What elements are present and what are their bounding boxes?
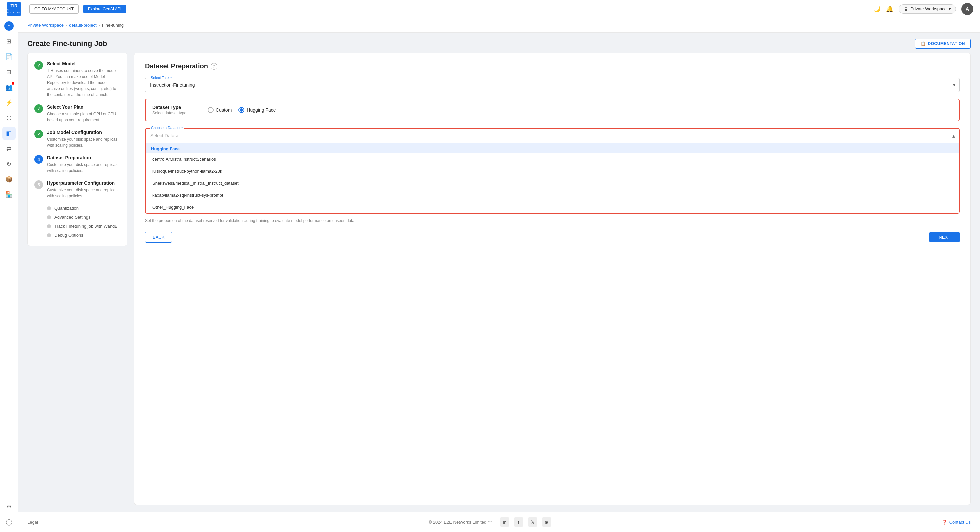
sidebar-item-users[interactable]: ⚡ xyxy=(2,96,16,110)
sub-dot-wandb xyxy=(47,224,51,228)
genai-button[interactable]: Explore GenAI API xyxy=(83,5,126,13)
sidebar-item-notifications[interactable]: 👥 xyxy=(2,81,16,94)
sub-label-debug: Debug Options xyxy=(54,233,83,238)
footer-copyright: © 2024 E2E Networks Limited ™ xyxy=(429,520,492,525)
logo-box: TIR AI PLATFORM xyxy=(7,2,21,16)
sidebar-item-share[interactable]: ⇄ xyxy=(2,142,16,155)
dataset-float-label: Choose a Dataset * xyxy=(150,125,184,130)
footer-social-icons: © 2024 E2E Networks Limited ™ in f 𝕏 ◉ xyxy=(38,517,942,527)
dropdown-item-1[interactable]: luisroque/instruct-python-llama2-20k xyxy=(146,165,959,177)
sub-step-wandb: Track Finetuning job with WandB xyxy=(47,224,121,229)
step-select-model: ✓ Select Model TIR uses containers to se… xyxy=(34,61,121,98)
dropdown-item-0[interactable]: centroIA/MistralInstructScenarios xyxy=(146,153,959,165)
step-5-icon: 5 xyxy=(34,180,43,189)
sub-dot-advanced xyxy=(47,215,51,219)
sidebar-item-analytics[interactable]: ⊟ xyxy=(2,65,16,79)
step-3-title: Job Model Configuration xyxy=(47,130,121,135)
footer-legal[interactable]: Legal xyxy=(27,520,38,525)
contact-icon: ❓ xyxy=(942,520,947,525)
footer: Legal © 2024 E2E Networks Limited ™ in f… xyxy=(18,512,980,532)
step-1-title: Select Model xyxy=(47,61,121,66)
notifications-bell[interactable]: 🔔 xyxy=(886,5,893,13)
sub-steps: Quantization Advanced Settings Track Fin… xyxy=(47,206,121,238)
sub-step-advanced-settings: Advanced Settings xyxy=(47,215,121,220)
workspace-chevron-icon: ▾ xyxy=(949,6,951,11)
sidebar-item-refresh[interactable]: ↻ xyxy=(2,157,16,171)
radio-group: Custom Hugging Face xyxy=(208,107,275,113)
step-select-plan: ✓ Select Your Plan Choose a suitable pla… xyxy=(34,104,121,123)
myaccount-button[interactable]: GO TO MYACCOUNT xyxy=(29,4,79,14)
form-help-icon[interactable]: ? xyxy=(211,63,218,70)
sidebar-item-documents[interactable]: 📄 xyxy=(2,50,16,64)
sidebar-item-marketplace[interactable]: 🏪 xyxy=(2,188,16,201)
contact-us-link[interactable]: ❓ Contact Us xyxy=(942,520,970,525)
step-dataset-prep: 4 Dataset Preparation Customize your dis… xyxy=(34,155,121,174)
twitter-icon[interactable]: 𝕏 xyxy=(528,517,538,527)
sidebar-item-packages[interactable]: 📦 xyxy=(2,173,16,186)
workspace-selector[interactable]: 🖥 Private Workspace ▾ xyxy=(899,4,956,14)
breadcrumb-workspace[interactable]: Private Workspace xyxy=(27,23,64,28)
dropdown-item-4[interactable]: Other_Hugging_Face xyxy=(146,201,959,213)
user-avatar[interactable]: A xyxy=(961,3,973,15)
steps-panel: ✓ Select Model TIR uses containers to se… xyxy=(27,52,127,246)
sidebar-bottom: ⚙ ◯ xyxy=(2,500,16,529)
sub-step-debug: Debug Options xyxy=(47,233,121,238)
nav-icons: 🌙 🔔 🖥 Private Workspace ▾ A xyxy=(873,3,973,15)
main-content: Private Workspace › default-project › Fi… xyxy=(18,18,980,532)
action-row: BACK NEXT xyxy=(145,232,960,243)
dropdown-item-2[interactable]: Shekswess/medical_mistral_instruct_datas… xyxy=(146,177,959,189)
breadcrumb-project[interactable]: default-project xyxy=(69,23,96,28)
documentation-button[interactable]: 📋 DOCUMENTATION xyxy=(915,39,970,49)
notification-badge xyxy=(12,82,14,85)
breadcrumb-current: Fine-tuning xyxy=(102,23,124,28)
facebook-icon[interactable]: f xyxy=(514,517,523,527)
dataset-type-sublabel: Select dataset type xyxy=(153,111,186,115)
logo: TIR AI PLATFORM xyxy=(7,2,21,16)
doc-icon: 📋 xyxy=(921,41,926,46)
step-2-desc: Choose a suitable plan of GPU or CPU bas… xyxy=(47,111,121,123)
step-1-desc: TIR uses containers to serve the model A… xyxy=(47,68,121,98)
logo-text: TIR xyxy=(11,3,18,9)
sidebar-collapse-btn[interactable]: « xyxy=(4,21,14,31)
step-3-desc: Customize your disk space and replicas w… xyxy=(47,137,121,148)
sub-step-quantization: Quantization xyxy=(47,206,121,211)
top-nav: TIR AI PLATFORM GO TO MYACCOUNT Explore … xyxy=(0,0,980,18)
sidebar-item-dashboard[interactable]: ⊞ xyxy=(2,35,16,48)
sidebar-item-workspace[interactable]: ◧ xyxy=(2,127,16,140)
linkedin-icon[interactable]: in xyxy=(500,517,509,527)
sub-dot-quantization xyxy=(47,206,51,210)
form-panel: Dataset Preparation ? Select Task * Inst… xyxy=(134,52,970,505)
dropdown-item-3[interactable]: kaxap/llama2-sql-instruct-sys-prompt xyxy=(146,189,959,201)
step-2-icon: ✓ xyxy=(34,104,43,113)
task-select[interactable]: Select Task * Instruction-Finetuning ▾ xyxy=(145,78,960,92)
task-value: Instruction-Finetuning xyxy=(150,83,195,88)
two-col-layout: ✓ Select Model TIR uses containers to se… xyxy=(18,52,980,512)
step-hyperparameter: 5 Hyperparameter Configuration Customize… xyxy=(34,180,121,199)
rss-icon[interactable]: ◉ xyxy=(542,517,551,527)
step-4-title: Dataset Preparation xyxy=(47,155,121,160)
task-label: Select Task * xyxy=(150,76,173,79)
radio-hugging-label: Hugging Face xyxy=(247,107,275,113)
step-4-icon: 4 xyxy=(34,155,43,164)
task-dropdown-arrow: ▾ xyxy=(953,83,955,88)
radio-custom[interactable]: Custom xyxy=(208,107,232,113)
radio-hugging[interactable]: Hugging Face xyxy=(239,107,275,113)
radio-custom-circle xyxy=(208,107,214,113)
sub-label-advanced: Advanced Settings xyxy=(54,215,91,220)
step-job-model-config: ✓ Job Model Configuration Customize your… xyxy=(34,130,121,148)
dataset-select-box: Choose a Dataset * Select Dataset ▴ Hugg… xyxy=(145,128,960,214)
app-body: « ⊞ 📄 ⊟ 👥 ⚡ ⬡ ◧ ⇄ ↻ 📦 🏪 ⚙ ◯ Private Work… xyxy=(0,18,980,532)
step-5-desc: Customize your disk space and replicas w… xyxy=(47,187,121,199)
sidebar-item-help[interactable]: ◯ xyxy=(2,515,16,529)
dataset-select-header[interactable]: Choose a Dataset * Select Dataset ▴ xyxy=(146,129,959,143)
sidebar-item-settings[interactable]: ⚙ xyxy=(2,500,16,513)
dataset-help-text: Set the proportion of the dataset reserv… xyxy=(145,218,960,224)
back-button[interactable]: BACK xyxy=(145,232,172,243)
dark-mode-toggle[interactable]: 🌙 xyxy=(873,5,881,13)
page-header: Create Fine-tuning Job 📋 DOCUMENTATION xyxy=(18,33,980,52)
next-button[interactable]: NEXT xyxy=(929,232,960,242)
sidebar-item-pipeline[interactable]: ⬡ xyxy=(2,111,16,125)
sub-label-quantization: Quantization xyxy=(54,206,79,211)
sidebar: « ⊞ 📄 ⊟ 👥 ⚡ ⬡ ◧ ⇄ ↻ 📦 🏪 ⚙ ◯ xyxy=(0,18,18,532)
breadcrumb-sep-2: › xyxy=(99,23,100,28)
